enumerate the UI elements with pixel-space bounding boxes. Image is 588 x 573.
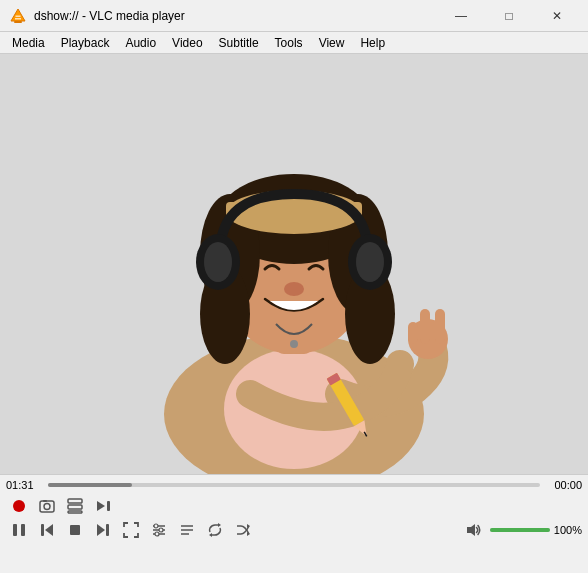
maximize-button[interactable]: □ (486, 0, 532, 32)
svg-rect-31 (40, 501, 54, 512)
menu-media[interactable]: Media (4, 32, 53, 54)
playlist-button[interactable] (174, 519, 200, 541)
svg-rect-3 (16, 15, 21, 17)
svg-rect-36 (68, 511, 82, 513)
play-pause-button[interactable] (6, 519, 32, 541)
svg-point-17 (204, 242, 232, 282)
svg-rect-39 (13, 524, 17, 536)
fullscreen-button[interactable] (118, 519, 144, 541)
controls-area: 01:31 00:00 (0, 474, 588, 547)
controls-row-2: 100% (6, 519, 582, 541)
volume-percentage: 100% (554, 524, 582, 536)
svg-rect-23 (435, 309, 445, 344)
random-button[interactable] (230, 519, 256, 541)
svg-rect-40 (21, 524, 25, 536)
svg-point-19 (356, 242, 384, 282)
extended-settings-button[interactable] (146, 519, 172, 541)
menu-help[interactable]: Help (352, 32, 393, 54)
window-title: dshow:// - VLC media player (34, 9, 438, 23)
svg-rect-33 (43, 500, 47, 502)
volume-bar-fill (490, 528, 550, 532)
svg-point-32 (44, 504, 50, 510)
window-controls: — □ ✕ (438, 0, 580, 32)
next-button[interactable] (90, 519, 116, 541)
menu-tools[interactable]: Tools (267, 32, 311, 54)
time-remaining: 00:00 (546, 479, 582, 491)
close-button[interactable]: ✕ (534, 0, 580, 32)
svg-marker-58 (247, 524, 250, 528)
progress-bar[interactable] (48, 483, 540, 487)
svg-marker-44 (97, 524, 105, 536)
svg-rect-24 (408, 322, 418, 344)
svg-point-50 (159, 528, 163, 532)
svg-rect-35 (68, 505, 82, 509)
controls-row-1 (6, 495, 582, 517)
video-content (0, 54, 588, 474)
video-area (0, 54, 588, 474)
svg-marker-41 (45, 524, 53, 536)
svg-rect-45 (106, 524, 109, 536)
frame-by-frame-button[interactable] (90, 495, 116, 517)
svg-marker-57 (247, 532, 250, 536)
menu-audio[interactable]: Audio (117, 32, 164, 54)
snapshot-button[interactable] (34, 495, 60, 517)
previous-button[interactable] (34, 519, 60, 541)
svg-rect-42 (41, 524, 44, 536)
minimize-button[interactable]: — (438, 0, 484, 32)
menu-bar: Media Playback Audio Video Subtitle Tool… (0, 32, 588, 54)
menu-view[interactable]: View (311, 32, 353, 54)
loop-button[interactable] (202, 519, 228, 541)
svg-point-30 (13, 500, 25, 512)
svg-point-49 (154, 524, 158, 528)
stop-button[interactable] (62, 519, 88, 541)
menu-playback[interactable]: Playback (53, 32, 118, 54)
volume-bar[interactable] (490, 528, 550, 532)
record-button[interactable] (6, 495, 32, 517)
svg-marker-55 (218, 523, 221, 527)
app-icon (8, 6, 28, 26)
svg-point-51 (155, 532, 159, 536)
menu-video[interactable]: Video (164, 32, 210, 54)
time-elapsed: 01:31 (6, 479, 42, 491)
show-extended-button[interactable] (62, 495, 88, 517)
svg-rect-1 (14, 21, 22, 23)
progress-row: 01:31 00:00 (6, 479, 582, 491)
svg-point-29 (290, 340, 298, 348)
svg-point-20 (284, 282, 304, 296)
svg-marker-56 (209, 533, 212, 537)
volume-area: 100% (460, 519, 582, 541)
volume-button[interactable] (460, 519, 486, 541)
svg-marker-59 (467, 524, 475, 536)
svg-rect-2 (15, 18, 21, 20)
progress-bar-fill (48, 483, 132, 487)
svg-rect-43 (70, 525, 80, 535)
svg-marker-37 (97, 501, 105, 511)
svg-rect-22 (420, 309, 430, 344)
svg-rect-38 (107, 501, 110, 511)
title-bar: dshow:// - VLC media player — □ ✕ (0, 0, 588, 32)
svg-rect-34 (68, 499, 82, 503)
menu-subtitle[interactable]: Subtitle (211, 32, 267, 54)
